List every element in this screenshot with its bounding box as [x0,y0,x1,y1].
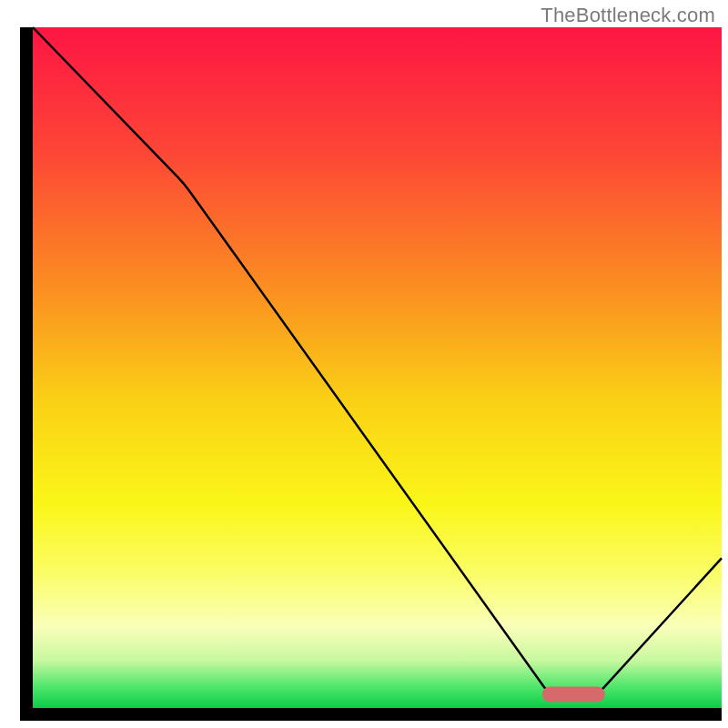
bottleneck-chart [0,0,728,728]
y-axis [20,27,33,721]
optimal-band-marker [542,687,605,703]
plot-background [33,27,722,708]
x-axis [20,708,722,721]
